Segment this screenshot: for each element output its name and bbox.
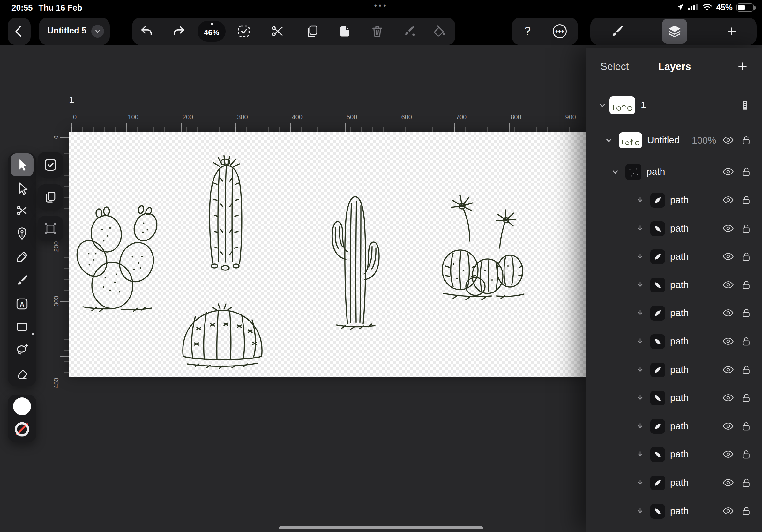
text-tool[interactable]: A (12, 294, 32, 314)
unlock-icon[interactable] (742, 506, 751, 516)
fill-color-swatch[interactable] (13, 397, 31, 415)
prickly-pear-cactus-illustration[interactable] (73, 191, 172, 314)
node-select-tool[interactable] (12, 178, 32, 199)
unlock-icon[interactable] (742, 308, 751, 318)
help-button[interactable]: ? (517, 21, 538, 41)
delete-button[interactable] (367, 21, 387, 41)
layer-thumbnail[interactable] (625, 164, 642, 180)
layer-row-path[interactable]: path (586, 442, 762, 467)
layer-thumbnail[interactable] (609, 96, 635, 114)
select-all-button[interactable] (234, 21, 254, 41)
layers-tab-button[interactable] (662, 19, 687, 44)
layer-row-path[interactable]: path (586, 244, 762, 270)
move-tool[interactable] (11, 154, 34, 176)
layer-row-artboard[interactable]: 1 (586, 93, 762, 118)
layer-opacity[interactable]: 100% (692, 135, 717, 146)
layer-thumbnail[interactable] (650, 221, 665, 236)
visibility-eye-icon[interactable] (723, 507, 733, 515)
saguaro-cactus-illustration[interactable] (318, 174, 388, 333)
visibility-eye-icon[interactable] (723, 225, 733, 233)
unlock-icon[interactable] (742, 167, 751, 177)
fill-bucket-button[interactable] (429, 21, 450, 41)
shape-tool[interactable] (12, 317, 32, 337)
layer-row-untitled[interactable]: Untitled 100% (586, 128, 762, 153)
visibility-eye-icon[interactable] (723, 136, 733, 145)
add-layer-button[interactable]: + (733, 57, 752, 76)
ruler-icon[interactable] (741, 100, 749, 112)
layer-row-path[interactable]: path (586, 470, 762, 496)
layer-thumbnail[interactable] (650, 391, 665, 405)
layer-thumbnail[interactable] (650, 193, 665, 208)
layer-thumbnail[interactable] (650, 334, 665, 349)
style-tab-button[interactable] (607, 21, 627, 41)
layer-row-path-group[interactable]: path (586, 159, 762, 185)
layer-row-path[interactable]: path (586, 499, 762, 524)
artboard[interactable] (69, 132, 586, 377)
paste-style-button[interactable] (399, 21, 419, 41)
layer-row-path[interactable]: path (586, 385, 762, 411)
layer-row-path[interactable]: path (586, 329, 762, 354)
stroke-color-swatch[interactable] (13, 420, 31, 438)
columnar-cactus-illustration[interactable] (194, 149, 257, 274)
layer-thumbnail[interactable] (619, 132, 642, 148)
undo-button[interactable] (137, 21, 157, 41)
unlock-icon[interactable] (742, 449, 751, 460)
layer-thumbnail[interactable] (650, 278, 665, 293)
visibility-eye-icon[interactable] (723, 450, 733, 459)
zoom-button[interactable]: 46% (197, 21, 226, 42)
back-button[interactable] (8, 18, 31, 45)
visibility-eye-icon[interactable] (723, 366, 733, 374)
scissors-tool[interactable] (12, 200, 32, 221)
barrel-cactus-illustration[interactable] (176, 298, 269, 375)
chevron-down-icon[interactable] (610, 167, 620, 177)
pencil-tool[interactable] (12, 247, 32, 267)
layer-thumbnail[interactable] (650, 476, 665, 490)
unlock-icon[interactable] (742, 280, 751, 290)
more-options-button[interactable]: ••• (550, 21, 570, 41)
visibility-eye-icon[interactable] (723, 196, 733, 204)
layer-thumbnail[interactable] (650, 447, 665, 462)
layer-row-path[interactable]: path (586, 357, 762, 383)
tab-layers[interactable]: Layers (652, 61, 697, 72)
layer-thumbnail[interactable] (650, 306, 665, 320)
pen-tool[interactable] (12, 224, 32, 244)
layer-thumbnail[interactable] (650, 363, 665, 377)
layer-row-path[interactable]: path (586, 216, 762, 241)
visibility-eye-icon[interactable] (723, 309, 733, 317)
unlock-icon[interactable] (742, 365, 751, 375)
visibility-eye-icon[interactable] (723, 168, 733, 176)
unlock-icon[interactable] (742, 421, 751, 432)
layer-row-path[interactable]: path (586, 300, 762, 326)
unlock-icon[interactable] (742, 135, 751, 146)
visibility-eye-icon[interactable] (723, 422, 733, 431)
flowering-cactus-cluster-illustration[interactable] (434, 191, 530, 307)
home-indicator[interactable] (279, 526, 483, 529)
visibility-eye-icon[interactable] (723, 253, 733, 261)
visibility-eye-icon[interactable] (723, 281, 733, 289)
cut-button[interactable] (267, 21, 287, 41)
unlock-icon[interactable] (742, 224, 751, 234)
document-title-button[interactable]: Untitled 5 (39, 18, 110, 45)
unlock-icon[interactable] (742, 393, 751, 403)
add-object-button[interactable]: + (722, 21, 742, 41)
chevron-down-icon[interactable] (597, 100, 608, 110)
chevron-down-icon[interactable] (604, 135, 614, 146)
visibility-eye-icon[interactable] (723, 394, 733, 402)
tab-select[interactable]: Select (596, 61, 633, 72)
redo-button[interactable] (169, 21, 189, 41)
duplicate-subtool[interactable] (38, 184, 63, 210)
copy-button[interactable] (302, 21, 322, 41)
lasso-tool[interactable] (12, 340, 32, 360)
visibility-eye-icon[interactable] (723, 337, 733, 346)
eraser-tool[interactable] (12, 363, 32, 384)
unlock-icon[interactable] (742, 252, 751, 262)
layer-row-path[interactable]: path (586, 272, 762, 298)
layer-row-path[interactable]: path (586, 187, 762, 213)
visibility-eye-icon[interactable] (723, 479, 733, 487)
group-select-subtool[interactable] (38, 216, 63, 241)
unlock-icon[interactable] (742, 337, 751, 347)
marquee-select-subtool[interactable] (38, 152, 63, 178)
layer-thumbnail[interactable] (650, 249, 665, 264)
brush-tool[interactable] (12, 270, 32, 291)
layer-thumbnail[interactable] (650, 419, 665, 434)
